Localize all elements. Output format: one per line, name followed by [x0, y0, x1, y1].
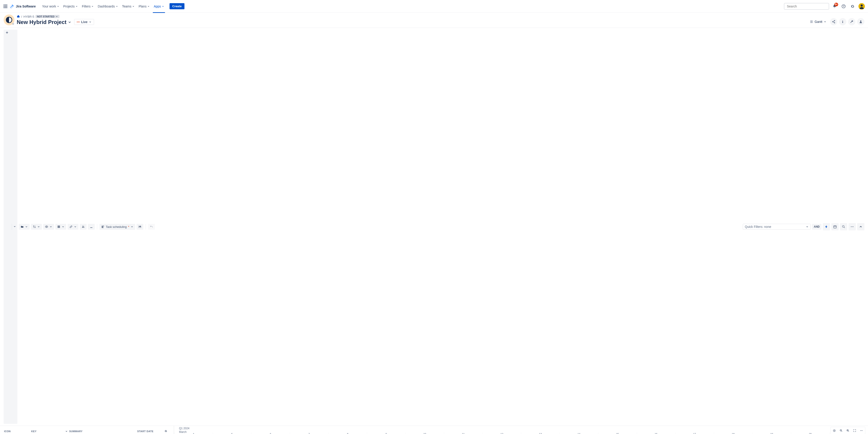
chevron-down-icon [91, 5, 94, 7]
notifications-button[interactable]: 9+ [831, 3, 838, 10]
people-button[interactable] [857, 18, 864, 25]
folder-icon [21, 225, 24, 228]
view-switcher[interactable]: Gantt [808, 19, 828, 24]
expand-icon [853, 429, 856, 432]
team-button[interactable] [80, 224, 87, 230]
sort-button[interactable] [31, 224, 42, 230]
project-avatar[interactable] [4, 15, 14, 25]
timeline-header: Q1 2024 March 45678910111213141516171819… [174, 426, 868, 434]
people-icon [82, 225, 85, 228]
chevron-down-icon [37, 225, 40, 228]
timeline-quarter: Q1 2024 [179, 427, 189, 430]
search-field[interactable] [784, 3, 829, 10]
undo-button[interactable] [148, 224, 155, 230]
chevron-down-icon [74, 225, 76, 228]
col-header-start[interactable]: START DATE [137, 430, 164, 433]
star-icon[interactable] [11, 22, 15, 26]
svg-rect-16 [842, 22, 843, 23]
task-scheduling-button[interactable]: Task scheduling* [99, 224, 135, 230]
chevron-up-icon [859, 225, 863, 229]
search-input[interactable] [786, 4, 827, 8]
live-mode-button[interactable]: Live [74, 19, 94, 25]
zoom-fit-button[interactable] [831, 428, 837, 434]
target-icon [833, 429, 836, 432]
filter-logic-button[interactable]: AND [812, 224, 822, 230]
help-button[interactable]: ? [840, 3, 847, 10]
collapse-toolbar-button[interactable] [857, 223, 864, 230]
svg-point-41 [834, 430, 835, 431]
zoom-in-button[interactable] [845, 428, 851, 434]
timeline-day: 12 [483, 432, 521, 434]
info-button[interactable] [839, 18, 846, 25]
chevron-down-icon [25, 225, 28, 228]
export-button[interactable] [88, 224, 95, 230]
svg-line-36 [844, 227, 845, 228]
timeline-day: 17 [675, 432, 714, 434]
chevron-down-icon [65, 430, 68, 433]
breadcrumb-home[interactable] [17, 15, 20, 19]
chevron-down-icon [824, 20, 827, 23]
broadcast-icon [76, 20, 80, 24]
visibility-button[interactable] [43, 224, 54, 230]
toolbar-search-button[interactable] [840, 223, 847, 230]
col-header-summary[interactable]: SUMMARY [65, 430, 137, 433]
nav-item-dashboards[interactable]: Dashboards [96, 4, 120, 9]
sort-icon [33, 225, 36, 228]
wrench-icon [850, 20, 854, 24]
col-header-key[interactable]: KEY [31, 430, 65, 433]
timeline-day: 11 [444, 432, 483, 434]
nav-item-your-work[interactable]: Your work [40, 4, 61, 9]
configure-button[interactable] [848, 18, 855, 25]
more-icon [860, 429, 863, 432]
nav-item-projects[interactable]: Projects [61, 4, 80, 9]
calendar-button[interactable] [831, 223, 839, 230]
project-title[interactable]: New Hybrid Project [17, 19, 71, 25]
notifications-badge: 9+ [834, 3, 838, 6]
settings-button[interactable] [849, 3, 856, 10]
timeline-day: 4 [174, 432, 213, 434]
rows-icon [57, 225, 60, 228]
timeline-day: 8 [328, 432, 367, 434]
svg-point-15 [842, 21, 843, 21]
timeline-day: 6 [251, 432, 290, 434]
layout-button[interactable] [55, 224, 66, 230]
svg-rect-30 [139, 227, 141, 228]
svg-line-13 [833, 21, 834, 22]
folder-button[interactable] [19, 224, 30, 230]
configure-columns-button[interactable] [164, 430, 170, 433]
svg-point-39 [853, 227, 854, 227]
create-button[interactable]: Create [169, 3, 184, 9]
zoom-out-button[interactable] [838, 428, 844, 434]
zoom-in-icon [846, 429, 849, 432]
nav-item-plans[interactable]: Plans [137, 4, 151, 9]
auto-button[interactable] [823, 223, 830, 230]
chevron-down-icon [57, 5, 59, 7]
link-button[interactable] [68, 224, 79, 230]
svg-rect-22 [58, 227, 60, 227]
nav-item-filters[interactable]: Filters [80, 4, 95, 9]
chevron-down-icon [75, 5, 78, 7]
svg-rect-21 [58, 226, 60, 226]
svg-text:?: ? [843, 5, 844, 8]
more-icon [850, 225, 854, 229]
col-header-icon[interactable]: ICON [4, 430, 31, 433]
svg-point-20 [46, 226, 47, 227]
fullscreen-button[interactable] [851, 428, 858, 434]
svg-point-50 [861, 430, 862, 431]
add-button[interactable] [4, 30, 18, 424]
chevron-down-icon [147, 5, 150, 7]
nav-item-teams[interactable]: Teams [120, 4, 136, 9]
status-badge[interactable]: NOT STARTED [35, 15, 59, 18]
timeline-day: 14 [559, 432, 598, 434]
timeline-day: 16 [637, 432, 675, 434]
share-button[interactable] [830, 18, 837, 25]
product-logo[interactable]: Jira Software [10, 4, 36, 8]
profile-avatar[interactable] [858, 3, 865, 10]
quick-filters[interactable]: Quick Filters: none [743, 224, 811, 230]
gantt-more-button[interactable] [858, 428, 865, 434]
save-button[interactable] [136, 224, 143, 230]
more-button[interactable] [848, 223, 856, 230]
nav-item-apps[interactable]: Apps [152, 4, 166, 9]
breadcrumb-key[interactable]: HYBR-5 [24, 15, 34, 18]
app-switcher[interactable] [3, 4, 8, 9]
